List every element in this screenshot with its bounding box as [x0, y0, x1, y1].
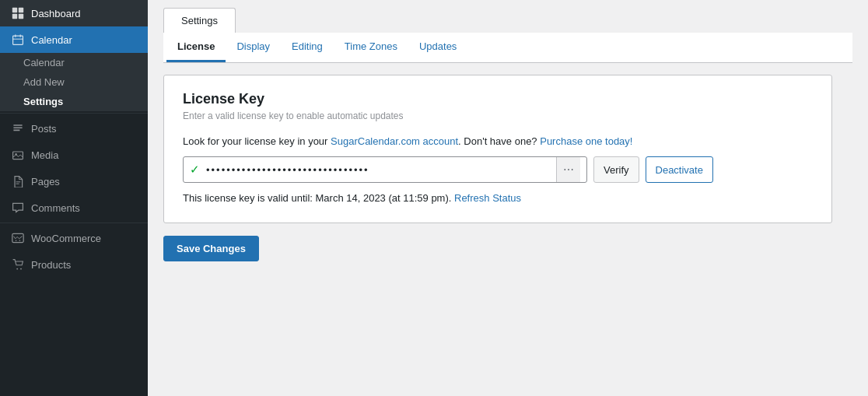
- sidebar-divider-2: [0, 223, 148, 223]
- sidebar-posts-label: Posts: [31, 123, 57, 135]
- calendar-icon: [11, 33, 25, 47]
- sidebar-calendar-section: Calendar Add New Settings: [0, 53, 148, 111]
- sidebar-item-pages[interactable]: Pages: [0, 168, 148, 194]
- tab-time-zones[interactable]: Time Zones: [334, 33, 408, 62]
- license-input-wrapper: ✓ ⋯: [183, 156, 587, 183]
- tab-license[interactable]: License: [166, 33, 226, 62]
- products-icon: [11, 258, 25, 272]
- settings-tab-label: Settings: [172, 9, 227, 33]
- sidebar-item-calendar[interactable]: Calendar: [0, 26, 148, 53]
- posts-icon: [11, 121, 25, 135]
- sidebar: Dashboard Calendar Calendar Add New Sett…: [0, 0, 148, 396]
- sidebar-item-dashboard[interactable]: Dashboard: [0, 0, 148, 26]
- sidebar-submenu-add-new-label: Add New: [23, 76, 65, 88]
- sidebar-calendar-label: Calendar: [31, 34, 72, 46]
- verify-button[interactable]: Verify: [593, 156, 639, 183]
- sidebar-submenu-settings[interactable]: Settings: [0, 92, 148, 111]
- settings-header-tab-row: Settings: [163, 8, 852, 33]
- sidebar-submenu-settings-label: Settings: [23, 96, 63, 107]
- sidebar-submenu-add-new[interactable]: Add New: [0, 72, 148, 92]
- license-info-text: Look for your license key in your SugarC…: [183, 135, 813, 147]
- woocommerce-icon: [11, 231, 25, 245]
- sidebar-dashboard-label: Dashboard: [31, 8, 81, 19]
- tab-updates[interactable]: Updates: [408, 33, 467, 62]
- svg-rect-0: [12, 8, 17, 12]
- sidebar-item-woocommerce[interactable]: WooCommerce: [0, 225, 148, 251]
- svg-rect-4: [13, 36, 23, 44]
- main-content: Settings License Display Editing Time Zo…: [148, 0, 868, 396]
- svg-rect-12: [12, 233, 23, 242]
- tab-editing[interactable]: Editing: [281, 33, 334, 62]
- refresh-status-link[interactable]: Refresh Status: [454, 192, 521, 204]
- license-card-subtitle: Enter a valid license key to enable auto…: [183, 110, 813, 121]
- svg-rect-3: [19, 14, 23, 19]
- license-valid-text: This license key is valid until: March 1…: [183, 192, 813, 204]
- sugarcalendar-account-link[interactable]: SugarCalendar.com account: [331, 135, 458, 147]
- svg-point-15: [16, 268, 18, 270]
- svg-point-14: [19, 240, 21, 241]
- svg-rect-1: [19, 8, 23, 12]
- sidebar-products-label: Products: [31, 259, 71, 271]
- sidebar-item-media[interactable]: Media: [0, 142, 148, 168]
- sidebar-item-products[interactable]: Products: [0, 251, 148, 278]
- dashboard-icon: [11, 6, 25, 20]
- settings-page-tab: Settings: [163, 8, 236, 33]
- pages-icon: [11, 174, 25, 188]
- sidebar-woocommerce-label: WooCommerce: [31, 233, 101, 244]
- sidebar-item-comments[interactable]: Comments: [0, 194, 148, 221]
- sidebar-item-posts[interactable]: Posts: [0, 115, 148, 142]
- content-area: License Key Enter a valid license key to…: [163, 63, 852, 261]
- save-changes-button[interactable]: Save Changes: [163, 236, 259, 261]
- license-info-middle: . Don't have one?: [458, 135, 540, 147]
- sidebar-media-label: Media: [31, 149, 58, 161]
- license-toggle-visibility-button[interactable]: ⋯: [556, 157, 580, 182]
- sidebar-pages-label: Pages: [31, 176, 60, 187]
- deactivate-button[interactable]: Deactivate: [646, 156, 713, 183]
- nav-tabs: License Display Editing Time Zones Updat…: [163, 33, 852, 63]
- license-input-row: ✓ ⋯ Verify Deactivate: [183, 156, 813, 183]
- sidebar-comments-label: Comments: [31, 202, 80, 214]
- check-icon: ✓: [190, 163, 200, 177]
- sidebar-divider-1: [0, 113, 148, 114]
- sidebar-submenu-calendar[interactable]: Calendar: [0, 53, 148, 72]
- media-icon: [11, 148, 25, 162]
- license-card: License Key Enter a valid license key to…: [163, 75, 832, 223]
- svg-point-16: [20, 268, 22, 270]
- license-info-prefix: Look for your license key in your: [183, 135, 331, 147]
- purchase-link[interactable]: Purchase one today!: [540, 135, 632, 147]
- license-valid-prefix: This license key is valid until: March 1…: [183, 192, 454, 204]
- svg-rect-2: [12, 14, 17, 19]
- comments-icon: [11, 201, 25, 215]
- sidebar-submenu-calendar-label: Calendar: [23, 57, 65, 68]
- svg-point-13: [16, 240, 17, 241]
- tab-display[interactable]: Display: [226, 33, 281, 62]
- license-card-title: License Key: [183, 91, 813, 107]
- license-key-input[interactable]: [206, 164, 556, 176]
